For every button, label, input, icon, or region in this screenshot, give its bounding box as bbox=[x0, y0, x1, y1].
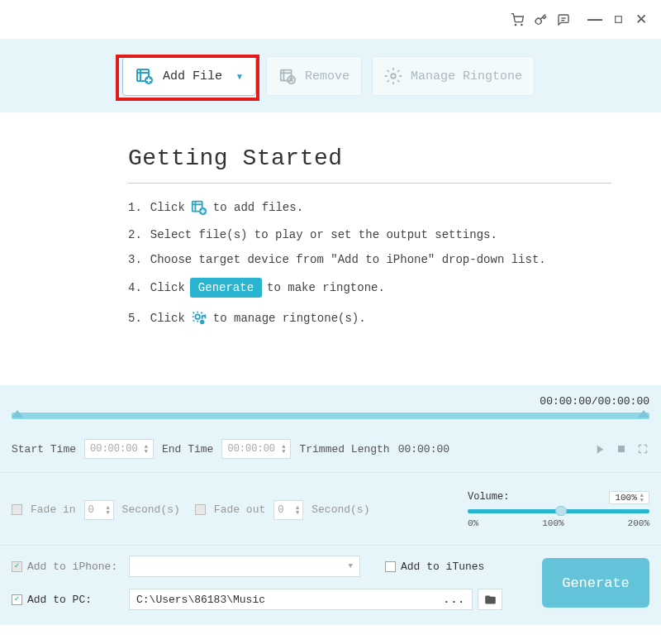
trimmed-length-value: 00:00:00 bbox=[398, 443, 449, 456]
add-to-iphone-checkbox bbox=[12, 561, 22, 572]
add-to-pc-label: Add to PC: bbox=[12, 594, 119, 606]
fade-out-checkbox bbox=[195, 504, 206, 515]
feedback-icon[interactable] bbox=[555, 12, 572, 28]
trim-end-handle[interactable] bbox=[638, 410, 649, 417]
svg-point-17 bbox=[391, 74, 396, 79]
generate-button[interactable]: Generate bbox=[542, 558, 649, 608]
stop-icon[interactable] bbox=[615, 442, 628, 456]
svg-point-0 bbox=[515, 24, 516, 25]
chevron-down-icon: ▼ bbox=[235, 72, 244, 81]
cart-icon[interactable] bbox=[509, 12, 525, 28]
manage-ringtone-label: Manage Ringtone bbox=[411, 69, 522, 83]
manage-ringtone-icon bbox=[384, 67, 402, 85]
fade-out-input[interactable]: 0▲▼ bbox=[273, 500, 303, 520]
volume-percent-input[interactable]: 100%▲▼ bbox=[609, 491, 649, 504]
minimize-icon[interactable]: — bbox=[587, 12, 603, 28]
spinner-icon[interactable]: ▲▼ bbox=[282, 444, 285, 454]
volume-block: Volume: 100%▲▼ 0% 100% 200% bbox=[468, 491, 649, 528]
toolbar: Add File ▼ Remove Manage Ringtone bbox=[0, 40, 661, 112]
timeline-section: 00:00:00/00:00:00 bbox=[0, 385, 661, 426]
generate-inline-button: Generate bbox=[190, 278, 262, 298]
fade-out-label: Fade out bbox=[214, 503, 265, 516]
svg-point-24 bbox=[195, 314, 200, 319]
more-icon[interactable]: ... bbox=[444, 594, 465, 606]
svg-rect-4 bbox=[615, 17, 621, 23]
remove-button: Remove bbox=[266, 56, 362, 96]
volume-label: Volume: bbox=[468, 491, 509, 504]
trim-controls: Start Time 00:00:00▲▼ End Time 00:00:00▲… bbox=[0, 426, 661, 472]
timeline-slider[interactable] bbox=[12, 413, 649, 419]
fade-volume-row: Fade in 0▲▼ Second(s) Fade out 0▲▼ Secon… bbox=[0, 472, 661, 545]
end-time-label: End Time bbox=[162, 443, 213, 456]
key-icon[interactable] bbox=[532, 12, 549, 28]
volume-slider[interactable] bbox=[468, 509, 649, 513]
add-file-label: Add File bbox=[163, 69, 222, 83]
add-to-iphone-dropdown[interactable]: ▼ bbox=[129, 556, 360, 577]
browse-folder-button[interactable] bbox=[478, 589, 502, 610]
fade-in-unit: Second(s) bbox=[122, 503, 180, 516]
add-file-icon bbox=[135, 66, 155, 86]
fade-in-input[interactable]: 0▲▼ bbox=[84, 500, 114, 520]
remove-icon bbox=[278, 67, 297, 85]
step-2: 2.Select file(s) to play or set the outp… bbox=[128, 228, 611, 241]
step-4: 4. Click Generate to make ringtone. bbox=[128, 278, 611, 298]
add-file-button[interactable]: Add File ▼ bbox=[122, 56, 256, 96]
step-5: 5. Click to manage ringtone(s). bbox=[128, 309, 611, 327]
end-time-input[interactable]: 00:00:00▲▼ bbox=[221, 439, 291, 459]
trimmed-length-label: Trimmed Length bbox=[299, 443, 389, 456]
fade-out-unit: Second(s) bbox=[311, 503, 369, 516]
fade-in-checkbox bbox=[12, 504, 22, 515]
add-file-inline-icon bbox=[190, 198, 208, 217]
folder-icon bbox=[484, 594, 497, 606]
remove-label: Remove bbox=[305, 69, 350, 83]
step-3: 3.Choose target device from "Add to iPho… bbox=[128, 253, 611, 266]
chevron-down-icon: ▼ bbox=[349, 562, 353, 570]
volume-thumb[interactable] bbox=[555, 506, 567, 516]
svg-marker-25 bbox=[597, 445, 603, 453]
svg-point-1 bbox=[521, 24, 522, 25]
add-to-pc-checkbox[interactable] bbox=[12, 594, 22, 605]
spinner-icon[interactable]: ▲▼ bbox=[145, 444, 148, 454]
trim-start-handle[interactable] bbox=[12, 410, 23, 417]
output-section: Add to iPhone: ▼ Add to iTunes Generate … bbox=[0, 545, 661, 625]
fade-in-label: Fade in bbox=[31, 503, 76, 516]
maximize-icon[interactable] bbox=[610, 12, 626, 28]
getting-started-panel: Getting Started 1. Click to add files. 2… bbox=[0, 112, 661, 385]
svg-rect-26 bbox=[618, 446, 625, 452]
play-icon[interactable] bbox=[593, 442, 606, 456]
add-to-itunes-label: Add to iTunes bbox=[401, 561, 484, 573]
fullscreen-icon[interactable] bbox=[636, 442, 649, 456]
time-display: 00:00:00/00:00:00 bbox=[12, 395, 649, 408]
manage-inline-icon bbox=[190, 309, 208, 327]
add-to-itunes-checkbox[interactable] bbox=[385, 561, 396, 572]
start-time-label: Start Time bbox=[12, 443, 76, 456]
page-title: Getting Started bbox=[128, 145, 611, 184]
close-icon[interactable]: ✕ bbox=[633, 12, 649, 28]
add-to-iphone-label: Add to iPhone: bbox=[12, 561, 119, 573]
manage-ringtone-button: Manage Ringtone bbox=[372, 56, 535, 96]
pc-path-input[interactable]: C:\Users\86183\Music ... bbox=[129, 589, 473, 610]
step-1: 1. Click to add files. bbox=[128, 198, 611, 217]
titlebar: — ✕ bbox=[0, 0, 661, 40]
start-time-input[interactable]: 00:00:00▲▼ bbox=[84, 439, 154, 459]
